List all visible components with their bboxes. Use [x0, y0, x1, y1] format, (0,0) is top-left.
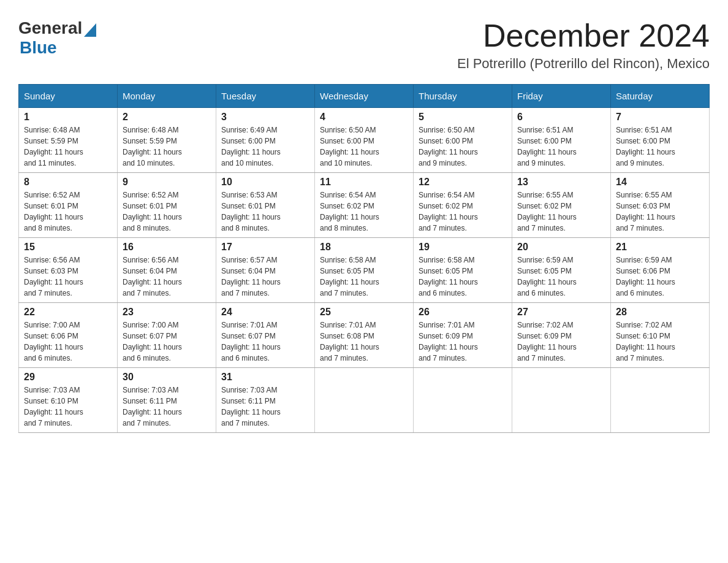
day-info: Sunrise: 7:01 AM Sunset: 6:07 PM Dayligh… — [221, 320, 309, 364]
day-number: 5 — [419, 112, 507, 123]
day-number: 16 — [123, 242, 211, 253]
day-number: 12 — [419, 177, 507, 188]
day-info: Sunrise: 6:54 AM Sunset: 6:02 PM Dayligh… — [419, 190, 507, 234]
table-row: 1 Sunrise: 6:48 AM Sunset: 5:59 PM Dayli… — [19, 108, 118, 173]
day-number: 15 — [24, 242, 112, 253]
header-thursday: Thursday — [414, 85, 512, 108]
day-number: 2 — [123, 112, 211, 123]
table-row: 16 Sunrise: 6:56 AM Sunset: 6:04 PM Dayl… — [118, 238, 216, 303]
main-title: December 2024 — [457, 18, 710, 53]
svg-marker-0 — [84, 23, 96, 37]
day-info: Sunrise: 6:56 AM Sunset: 6:03 PM Dayligh… — [24, 255, 112, 299]
day-info: Sunrise: 7:03 AM Sunset: 6:11 PM Dayligh… — [123, 385, 211, 429]
table-row: 26 Sunrise: 7:01 AM Sunset: 6:09 PM Dayl… — [414, 303, 512, 368]
day-number: 24 — [221, 307, 309, 318]
header-sunday: Sunday — [19, 85, 118, 108]
table-row: 21 Sunrise: 6:59 AM Sunset: 6:06 PM Dayl… — [611, 238, 710, 303]
table-row: 20 Sunrise: 6:59 AM Sunset: 6:05 PM Dayl… — [512, 238, 611, 303]
day-info: Sunrise: 7:02 AM Sunset: 6:10 PM Dayligh… — [616, 320, 704, 364]
day-info: Sunrise: 6:57 AM Sunset: 6:04 PM Dayligh… — [221, 255, 309, 299]
day-info: Sunrise: 6:51 AM Sunset: 6:00 PM Dayligh… — [616, 124, 704, 169]
title-section: December 2024 El Potrerillo (Potrerillo … — [457, 18, 710, 72]
logo-blue: Blue — [20, 38, 57, 58]
day-info: Sunrise: 7:00 AM Sunset: 6:07 PM Dayligh… — [123, 320, 211, 364]
table-row — [315, 368, 414, 433]
day-info: Sunrise: 7:03 AM Sunset: 6:10 PM Dayligh… — [24, 385, 112, 429]
logo-general: General — [18, 18, 82, 38]
day-number: 27 — [517, 307, 605, 318]
day-number: 26 — [419, 307, 507, 318]
calendar-week-row: 15 Sunrise: 6:56 AM Sunset: 6:03 PM Dayl… — [19, 238, 710, 303]
day-info: Sunrise: 7:02 AM Sunset: 6:09 PM Dayligh… — [517, 320, 605, 364]
day-info: Sunrise: 6:52 AM Sunset: 6:01 PM Dayligh… — [123, 190, 211, 234]
day-info: Sunrise: 6:58 AM Sunset: 6:05 PM Dayligh… — [419, 255, 507, 299]
day-number: 29 — [24, 372, 112, 383]
table-row: 29 Sunrise: 7:03 AM Sunset: 6:10 PM Dayl… — [19, 368, 118, 433]
table-row: 22 Sunrise: 7:00 AM Sunset: 6:06 PM Dayl… — [19, 303, 118, 368]
day-number: 18 — [320, 242, 408, 253]
calendar-week-row: 8 Sunrise: 6:52 AM Sunset: 6:01 PM Dayli… — [19, 173, 710, 238]
table-row: 5 Sunrise: 6:50 AM Sunset: 6:00 PM Dayli… — [414, 108, 512, 173]
table-row: 11 Sunrise: 6:54 AM Sunset: 6:02 PM Dayl… — [315, 173, 414, 238]
table-row: 30 Sunrise: 7:03 AM Sunset: 6:11 PM Dayl… — [118, 368, 216, 433]
day-number: 28 — [616, 307, 704, 318]
day-info: Sunrise: 7:00 AM Sunset: 6:06 PM Dayligh… — [24, 320, 112, 364]
day-info: Sunrise: 6:56 AM Sunset: 6:04 PM Dayligh… — [123, 255, 211, 299]
calendar-table: Sunday Monday Tuesday Wednesday Thursday… — [18, 84, 710, 433]
calendar-week-row: 29 Sunrise: 7:03 AM Sunset: 6:10 PM Dayl… — [19, 368, 710, 433]
table-row: 18 Sunrise: 6:58 AM Sunset: 6:05 PM Dayl… — [315, 238, 414, 303]
header-saturday: Saturday — [611, 85, 710, 108]
table-row: 24 Sunrise: 7:01 AM Sunset: 6:07 PM Dayl… — [216, 303, 315, 368]
day-number: 10 — [221, 177, 309, 188]
table-row: 23 Sunrise: 7:00 AM Sunset: 6:07 PM Dayl… — [118, 303, 216, 368]
day-number: 17 — [221, 242, 309, 253]
day-info: Sunrise: 6:54 AM Sunset: 6:02 PM Dayligh… — [320, 190, 408, 234]
calendar-week-row: 1 Sunrise: 6:48 AM Sunset: 5:59 PM Dayli… — [19, 108, 710, 173]
table-row — [611, 368, 710, 433]
table-row: 10 Sunrise: 6:53 AM Sunset: 6:01 PM Dayl… — [216, 173, 315, 238]
day-info: Sunrise: 6:58 AM Sunset: 6:05 PM Dayligh… — [320, 255, 408, 299]
table-row: 19 Sunrise: 6:58 AM Sunset: 6:05 PM Dayl… — [414, 238, 512, 303]
table-row: 28 Sunrise: 7:02 AM Sunset: 6:10 PM Dayl… — [611, 303, 710, 368]
day-number: 31 — [221, 372, 309, 383]
day-number: 25 — [320, 307, 408, 318]
day-info: Sunrise: 6:55 AM Sunset: 6:03 PM Dayligh… — [616, 190, 704, 234]
table-row: 9 Sunrise: 6:52 AM Sunset: 6:01 PM Dayli… — [118, 173, 216, 238]
table-row: 8 Sunrise: 6:52 AM Sunset: 6:01 PM Dayli… — [19, 173, 118, 238]
table-row: 15 Sunrise: 6:56 AM Sunset: 6:03 PM Dayl… — [19, 238, 118, 303]
table-row: 4 Sunrise: 6:50 AM Sunset: 6:00 PM Dayli… — [315, 108, 414, 173]
logo: General Blue — [18, 18, 96, 58]
table-row: 17 Sunrise: 6:57 AM Sunset: 6:04 PM Dayl… — [216, 238, 315, 303]
header-wednesday: Wednesday — [315, 85, 414, 108]
day-number: 3 — [221, 112, 309, 123]
day-info: Sunrise: 6:51 AM Sunset: 6:00 PM Dayligh… — [517, 124, 605, 169]
day-info: Sunrise: 6:50 AM Sunset: 6:00 PM Dayligh… — [419, 124, 507, 169]
day-info: Sunrise: 6:49 AM Sunset: 6:00 PM Dayligh… — [221, 124, 309, 169]
calendar-header-row: Sunday Monday Tuesday Wednesday Thursday… — [19, 85, 710, 108]
logo-triangle-icon — [84, 23, 96, 37]
table-row: 27 Sunrise: 7:02 AM Sunset: 6:09 PM Dayl… — [512, 303, 611, 368]
header-tuesday: Tuesday — [216, 85, 315, 108]
table-row: 14 Sunrise: 6:55 AM Sunset: 6:03 PM Dayl… — [611, 173, 710, 238]
header-monday: Monday — [118, 85, 216, 108]
day-number: 23 — [123, 307, 211, 318]
day-number: 8 — [24, 177, 112, 188]
table-row: 3 Sunrise: 6:49 AM Sunset: 6:00 PM Dayli… — [216, 108, 315, 173]
table-row: 25 Sunrise: 7:01 AM Sunset: 6:08 PM Dayl… — [315, 303, 414, 368]
table-row — [512, 368, 611, 433]
calendar-week-row: 22 Sunrise: 7:00 AM Sunset: 6:06 PM Dayl… — [19, 303, 710, 368]
table-row: 12 Sunrise: 6:54 AM Sunset: 6:02 PM Dayl… — [414, 173, 512, 238]
table-row: 2 Sunrise: 6:48 AM Sunset: 5:59 PM Dayli… — [118, 108, 216, 173]
day-number: 13 — [517, 177, 605, 188]
day-number: 6 — [517, 112, 605, 123]
day-info: Sunrise: 6:48 AM Sunset: 5:59 PM Dayligh… — [123, 124, 211, 169]
table-row: 31 Sunrise: 7:03 AM Sunset: 6:11 PM Dayl… — [216, 368, 315, 433]
day-info: Sunrise: 6:59 AM Sunset: 6:06 PM Dayligh… — [616, 255, 704, 299]
day-info: Sunrise: 7:01 AM Sunset: 6:09 PM Dayligh… — [419, 320, 507, 364]
table-row: 13 Sunrise: 6:55 AM Sunset: 6:02 PM Dayl… — [512, 173, 611, 238]
page-header: General Blue December 2024 El Potrerillo… — [18, 18, 710, 72]
day-number: 4 — [320, 112, 408, 123]
day-info: Sunrise: 7:01 AM Sunset: 6:08 PM Dayligh… — [320, 320, 408, 364]
day-info: Sunrise: 7:03 AM Sunset: 6:11 PM Dayligh… — [221, 385, 309, 429]
day-number: 9 — [123, 177, 211, 188]
